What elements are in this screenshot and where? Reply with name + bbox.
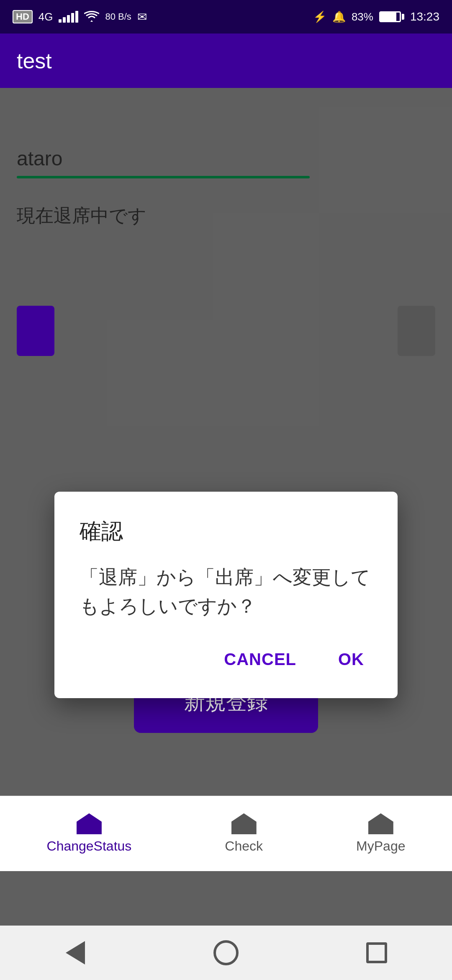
input-section: ataro	[0, 88, 452, 178]
signal-icon	[59, 11, 78, 23]
network-speed: 80 B/s	[105, 12, 131, 22]
confirmation-dialog: 確認 「退席」から「出席」へ変更してもよろしいですか？ CANCEL OK	[54, 492, 398, 698]
wifi-icon	[84, 11, 99, 23]
battery-icon	[379, 11, 404, 22]
alarm-icon: 🔔	[332, 10, 346, 23]
status-right: ⚡ 🔔 83% 13:23	[313, 10, 439, 23]
app-title: test	[17, 48, 52, 73]
network-type: 4G	[39, 10, 53, 23]
cancel-button[interactable]: CANCEL	[216, 646, 305, 673]
time-display: 13:23	[410, 10, 439, 23]
bluetooth-icon: ⚡	[313, 10, 326, 23]
battery-percent: 83%	[352, 10, 373, 23]
hd-badge: HD	[13, 10, 33, 23]
dialog-overlay: 確認 「退席」から「出席」へ変更してもよろしいですか？ CANCEL OK	[0, 176, 452, 980]
username-value: ataro	[17, 147, 435, 171]
app-bar: test	[0, 34, 452, 88]
status-bar: HD 4G 80 B/s ✉ ⚡ 🔔 83% 13:23	[0, 0, 452, 34]
status-left: HD 4G 80 B/s ✉	[13, 10, 147, 24]
dialog-title: 確認	[80, 517, 372, 546]
ok-button[interactable]: OK	[330, 646, 372, 673]
dialog-message: 「退席」から「出席」へ変更してもよろしいですか？	[80, 563, 372, 621]
dialog-buttons: CANCEL OK	[80, 646, 372, 681]
email-icon: ✉	[137, 10, 147, 24]
